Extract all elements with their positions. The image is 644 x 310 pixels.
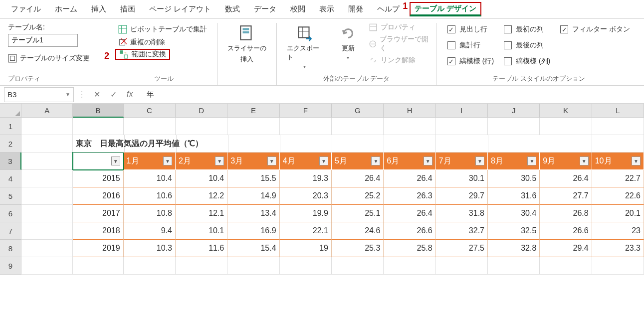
chevron-down-icon[interactable]: ▼: [65, 92, 70, 97]
table-header-cell[interactable]: 8月▼: [488, 153, 540, 170]
cell[interactable]: 22.6: [592, 187, 644, 205]
cell[interactable]: 26.6: [540, 222, 592, 240]
menu-ヘルプ[interactable]: ヘルプ: [370, 1, 407, 17]
row-header-1[interactable]: 1: [0, 118, 21, 135]
col-header-F[interactable]: F: [280, 104, 332, 118]
filter-dropdown-icon[interactable]: ▼: [111, 156, 120, 165]
cell[interactable]: 26.4: [540, 170, 592, 187]
cell[interactable]: 東京 日最高気温の月平均値（℃）: [73, 135, 125, 153]
table-header-cell[interactable]: 年▼: [73, 153, 123, 170]
cell[interactable]: [332, 257, 384, 275]
col-header-D[interactable]: D: [176, 104, 227, 118]
cell[interactable]: 31.8: [436, 205, 488, 222]
cell[interactable]: 26.4: [384, 205, 435, 222]
cell[interactable]: [124, 118, 176, 135]
col-header-J[interactable]: J: [488, 104, 540, 118]
cell[interactable]: [540, 135, 592, 153]
cell[interactable]: 27.5: [436, 240, 488, 257]
cell[interactable]: [21, 222, 73, 240]
cell[interactable]: 25.2: [332, 187, 384, 205]
cell[interactable]: [227, 118, 279, 135]
row-header-2[interactable]: 2: [0, 135, 21, 153]
summarize-pivot-button[interactable]: ピボットテーブルで集計: [115, 23, 210, 36]
table-header-cell[interactable]: 3月▼: [227, 153, 279, 170]
filter-dropdown-icon[interactable]: ▼: [267, 156, 276, 165]
cell[interactable]: [540, 257, 592, 275]
col-header-B[interactable]: B: [73, 104, 123, 118]
cell[interactable]: 2017: [73, 205, 123, 222]
table-name-input[interactable]: [8, 34, 78, 47]
cell[interactable]: [21, 240, 73, 257]
cell[interactable]: 10.1: [176, 222, 227, 240]
col-header-L[interactable]: L: [592, 104, 644, 118]
table-header-cell[interactable]: 9月▼: [540, 153, 592, 170]
cell[interactable]: [488, 118, 540, 135]
cell[interactable]: [21, 170, 73, 187]
col-header-H[interactable]: H: [384, 104, 435, 118]
formula-input[interactable]: 年: [141, 90, 644, 99]
menu-描画[interactable]: 描画: [113, 1, 142, 17]
cell[interactable]: [384, 135, 436, 153]
cell[interactable]: 10.3: [124, 240, 176, 257]
cell[interactable]: [21, 118, 73, 135]
cell[interactable]: [592, 135, 644, 153]
menu-ページ レイアウト[interactable]: ページ レイアウト: [142, 1, 218, 17]
cell[interactable]: 14.9: [227, 187, 279, 205]
cell[interactable]: 25.3: [332, 240, 384, 257]
cell[interactable]: 20.3: [280, 187, 332, 205]
cell[interactable]: 23: [592, 222, 644, 240]
menu-開発[interactable]: 開発: [341, 1, 370, 17]
cell[interactable]: 30.4: [488, 205, 540, 222]
cell[interactable]: 2018: [73, 222, 123, 240]
enter-icon[interactable]: ✓: [110, 90, 117, 99]
menu-表示[interactable]: 表示: [312, 1, 341, 17]
cell[interactable]: 2016: [73, 187, 123, 205]
cell[interactable]: [332, 118, 384, 135]
cell[interactable]: [280, 135, 332, 153]
cell[interactable]: 26.4: [384, 170, 435, 187]
filter-dropdown-icon[interactable]: ▼: [319, 156, 328, 165]
cell[interactable]: 26.6: [384, 222, 435, 240]
cell[interactable]: [592, 257, 644, 275]
cell[interactable]: 12.2: [176, 187, 227, 205]
cell[interactable]: 26.3: [384, 187, 435, 205]
select-all-corner[interactable]: [0, 104, 21, 118]
cell[interactable]: 29.4: [540, 240, 592, 257]
filter-dropdown-icon[interactable]: ▼: [371, 156, 380, 165]
cell[interactable]: 10.4: [124, 170, 176, 187]
cell[interactable]: [21, 153, 73, 170]
cell[interactable]: 32.5: [488, 222, 540, 240]
convert-to-range-button[interactable]: 範囲に変換: [115, 49, 170, 60]
table-header-cell[interactable]: 1月▼: [124, 153, 176, 170]
table-header-cell[interactable]: 6月▼: [384, 153, 435, 170]
cell[interactable]: [592, 118, 644, 135]
menu-挿入[interactable]: 挿入: [84, 1, 113, 17]
cell[interactable]: [73, 257, 123, 275]
cell[interactable]: 13.4: [227, 205, 279, 222]
cell[interactable]: 10.6: [124, 187, 176, 205]
cell[interactable]: [176, 118, 227, 135]
cell[interactable]: [436, 135, 488, 153]
refresh-button[interactable]: 更新 ▾: [335, 23, 362, 62]
remove-duplicates-button[interactable]: 重複の削除: [115, 36, 168, 49]
cell[interactable]: 32.8: [488, 240, 540, 257]
row-header-7[interactable]: 7: [0, 222, 21, 240]
cell[interactable]: [280, 118, 332, 135]
filter-dropdown-icon[interactable]: ▼: [163, 156, 172, 165]
cancel-icon[interactable]: ✕: [94, 90, 100, 99]
cell[interactable]: 19.9: [280, 205, 332, 222]
cell[interactable]: 26.4: [332, 170, 384, 187]
cell[interactable]: 19.3: [280, 170, 332, 187]
cell[interactable]: [176, 257, 227, 275]
checkbox-total-row[interactable]: 集計行: [447, 41, 494, 50]
menu-数式[interactable]: 数式: [218, 1, 247, 17]
cell[interactable]: 27.7: [540, 187, 592, 205]
cell[interactable]: 9.4: [124, 222, 176, 240]
checkbox-banded-rows[interactable]: 縞模様 (行): [447, 57, 494, 66]
checkbox-last-column[interactable]: 最後の列: [504, 41, 550, 50]
cell[interactable]: [21, 135, 73, 153]
menu-ホーム[interactable]: ホーム: [48, 1, 84, 17]
fx-icon[interactable]: fx: [127, 90, 133, 99]
cell[interactable]: [21, 187, 73, 205]
cell[interactable]: [384, 257, 435, 275]
